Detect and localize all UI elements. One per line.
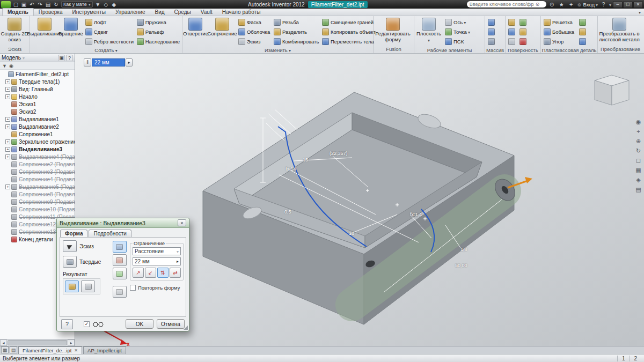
tree-expand-toggle[interactable]: + [5, 124, 10, 129]
ribbon-small-button[interactable]: Смещение граней [321, 17, 375, 27]
filter-icon[interactable]: ▼ [2, 63, 7, 69]
operation-cut-button[interactable] [113, 254, 127, 266]
mini-toolbar-expand-icon[interactable]: ▸ [126, 58, 133, 67]
revolve-button[interactable]: Вращение [58, 17, 83, 37]
ribbon-small-button[interactable]: Бобышка [543, 27, 576, 36]
favorites-star-icon[interactable]: ★ [558, 1, 566, 8]
ribbon-small-button[interactable] [507, 36, 516, 46]
ribbon-small-button[interactable] [507, 27, 516, 36]
extrude-button[interactable]: Выдавливание [31, 17, 58, 37]
ribbon-small-button[interactable]: ПСК [444, 36, 479, 46]
document-tab[interactable]: FilamentFilter_de...ipt ✕ [18, 346, 82, 354]
tree-item[interactable]: + Выдавливание4 (Подавлен) [0, 153, 75, 160]
output-solid-button[interactable] [65, 280, 79, 292]
ribbon-small-button[interactable]: Фаска [237, 17, 270, 27]
tree-expand-toggle[interactable]: + [5, 139, 10, 144]
tree-item[interactable]: + Выдавливание3 [0, 145, 75, 153]
ribbon-small-button[interactable]: Сдвиг [84, 27, 134, 36]
view-style-combo[interactable]: Как у мате [61, 1, 93, 8]
ribbon-small-button[interactable]: Комбинировать [273, 36, 319, 46]
tree-expand-toggle[interactable]: + [5, 154, 10, 159]
ribbon-small-button[interactable] [487, 27, 496, 36]
redo-icon[interactable]: ↷ [36, 1, 44, 8]
save-icon[interactable]: ▣ [20, 1, 28, 8]
output-surface-button[interactable] [81, 280, 95, 292]
tree-expand-toggle[interactable]: + [5, 79, 10, 84]
maximize-button[interactable]: □ [623, 1, 633, 8]
tree-item[interactable]: + Зеркальное отражение1 [0, 138, 75, 145]
dialog-close-button[interactable]: × [178, 219, 186, 226]
direction-flipped-button[interactable]: ↙ [145, 268, 156, 278]
browser-title-combo[interactable]: Модель [2, 55, 21, 61]
ribbon-small-button[interactable]: Упор [543, 36, 576, 46]
dimension-label[interactable]: 15 [303, 157, 308, 162]
dimension-label[interactable]: 0,5 [284, 209, 291, 215]
group-label-modify[interactable]: Изменить [182, 47, 373, 53]
group-label-create[interactable]: Создать [30, 47, 182, 53]
scroll-right-icon[interactable]: ▸ [68, 339, 75, 346]
navigation-wheel-icon[interactable]: ◉ [636, 119, 641, 125]
tree-item[interactable]: + Вид: Главный [0, 85, 75, 93]
ribbon-small-button[interactable] [518, 27, 528, 36]
scroll-left-icon[interactable]: ◂ [0, 339, 7, 346]
tab-details[interactable]: Подробности [89, 230, 131, 237]
tree-expand-toggle[interactable]: + [5, 117, 10, 122]
dimension-label[interactable]: 18 [349, 231, 354, 236]
tree-item[interactable]: Сопряжение2 (Подавлен) [0, 160, 75, 168]
tree-expand-toggle[interactable]: + [5, 147, 10, 152]
shaded-view-icon[interactable]: ◈ [636, 177, 640, 183]
ribbon-small-button[interactable]: Разделить [273, 27, 319, 36]
extents-type-select[interactable]: Расстояние [133, 247, 181, 255]
tree-item[interactable]: Эскиз1 [0, 100, 75, 108]
distance-input[interactable]: 22 мм ▸ [133, 257, 181, 265]
ribbon-small-button[interactable]: Копировать объект [321, 27, 375, 36]
select-filter-icon[interactable]: ▼ [94, 1, 102, 8]
zoom-icon[interactable]: ⊕ [636, 138, 641, 144]
ribbon-small-button[interactable]: Переместить тела [321, 36, 375, 46]
tree-expand-toggle[interactable]: + [5, 184, 10, 189]
ribbon-tab[interactable]: Начало работы [217, 9, 266, 16]
tree-item[interactable]: + Выдавливание2 [0, 123, 75, 130]
operation-intersect-button[interactable] [113, 268, 127, 279]
ribbon-small-button[interactable]: Рельеф [136, 27, 181, 36]
direction-asymmetric-button[interactable]: ⇄ [170, 268, 181, 278]
new-file-icon[interactable]: ▢ [12, 1, 20, 8]
view-face-icon[interactable]: ▦ [635, 167, 641, 173]
ribbon-small-button[interactable] [487, 36, 496, 46]
ribbon-small-button[interactable]: Эскиз [237, 36, 270, 46]
match-shape-checkbox[interactable] [130, 285, 136, 291]
direction-default-button[interactable]: ↗ [133, 268, 144, 278]
print-icon[interactable]: ▤ [44, 1, 52, 8]
ribbon-tab[interactable]: Среды [170, 9, 196, 16]
ribbon-small-button[interactable] [487, 17, 496, 27]
tree-item[interactable]: + Начало [0, 93, 75, 100]
ribbon-small-button[interactable] [578, 27, 587, 36]
match-shape-row[interactable]: Повторять форму [130, 285, 184, 291]
measure-icon[interactable]: ◇ [102, 1, 110, 8]
look-at-icon[interactable]: ◻ [636, 158, 641, 164]
document-tab[interactable]: AP_Impeller.ipt [83, 346, 126, 354]
update-icon[interactable]: ↻ [52, 1, 60, 8]
tree-expand-toggle[interactable]: + [5, 94, 10, 99]
tab-shape[interactable]: Форма [60, 230, 87, 237]
ribbon-small-button[interactable] [518, 36, 528, 46]
hole-button[interactable]: Отверстие [183, 17, 208, 37]
appearance-icon[interactable]: ◆ [110, 1, 118, 8]
sign-in-button[interactable]: ☺Вход [577, 2, 598, 8]
operation-join-button[interactable] [113, 241, 127, 253]
ribbon-tab[interactable]: Вид [150, 9, 169, 16]
tile-windows-icon[interactable]: ▤ [10, 346, 17, 353]
chevron-down-icon[interactable] [609, 1, 611, 8]
minimize-button[interactable]: – [613, 1, 623, 8]
dimension-label[interactable]: (22,357) [330, 151, 348, 156]
pan-icon[interactable]: + [636, 129, 640, 135]
dimension-label[interactable]: 1,8 [460, 247, 467, 252]
ribbon-small-button[interactable] [578, 36, 587, 46]
chevron-down-icon[interactable] [23, 55, 25, 61]
ribbon-small-button[interactable]: Ось [444, 17, 479, 27]
select-solids-button[interactable] [63, 256, 77, 268]
tree-item[interactable]: Сопряжение9 (Подавлен) [0, 198, 75, 205]
ribbon-small-button[interactable]: Наследование [136, 36, 181, 46]
tree-item[interactable]: Сопряжение3 (Подавлен) [0, 168, 75, 175]
dialog-resize-grip[interactable] [184, 326, 188, 330]
